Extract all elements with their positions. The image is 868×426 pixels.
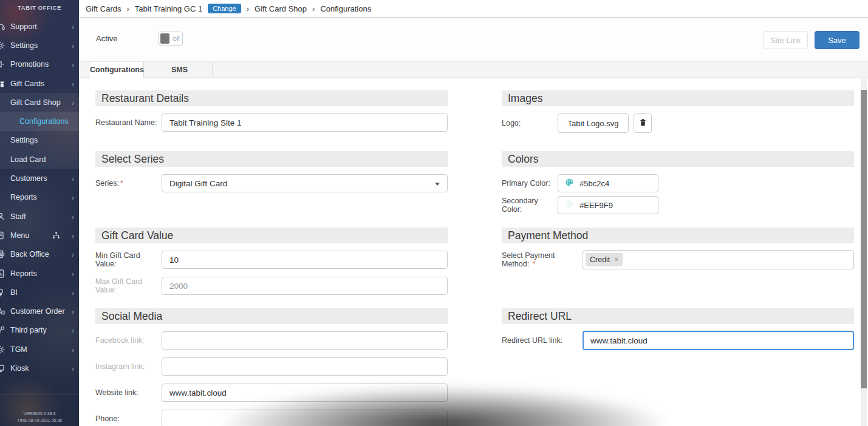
main-panel: Gift Cards › Tabit Training GC 1 Change …	[79, 0, 868, 426]
chevron-right-icon: ›	[72, 231, 74, 239]
redirect-url-input[interactable]	[583, 331, 854, 350]
section-images: Images	[502, 90, 854, 106]
sidebar-item-tgm[interactable]: TGM ›	[0, 340, 79, 359]
breadcrumb-site[interactable]: Tabit Training GC 1	[135, 4, 202, 13]
instagram-row: Instagram link:	[95, 357, 448, 376]
chip-label: Credit	[590, 255, 610, 264]
version-info: VERSION 1.38.3 TIME 08-09-2021 05:36	[0, 410, 79, 424]
restaurant-name-input[interactable]	[162, 113, 448, 132]
breadcrumb-configurations: Configurations	[320, 4, 371, 13]
save-button[interactable]: Save	[815, 31, 859, 49]
sidebar-item-label: Staff	[10, 212, 26, 221]
kiosk-icon	[0, 363, 5, 373]
series-select[interactable]: Digital Gift Card	[162, 174, 448, 192]
sidebar-item-load-card[interactable]: Load Card	[0, 150, 79, 169]
sidebar-item-menu[interactable]: Menu ›	[0, 226, 79, 245]
active-toggle[interactable]: Off	[159, 32, 183, 46]
app-brand: TABIT OFFICE	[0, 0, 79, 16]
chevron-right-icon: ›	[72, 22, 74, 30]
sidebar-item-back-office[interactable]: Back Office ›	[0, 245, 79, 264]
required-mark: *	[120, 179, 123, 188]
sidebar-item-label: BI	[10, 288, 18, 297]
vertical-scrollbar	[861, 79, 867, 426]
tgm-icon	[0, 345, 5, 354]
payment-method-tag-input[interactable]: Credit ×	[583, 250, 854, 269]
trash-icon	[638, 118, 648, 129]
scrollbar-thumb[interactable]	[861, 90, 867, 388]
sidebar-item-kiosk[interactable]: Kiosk ›	[0, 359, 79, 377]
breadcrumb-gift-card-shop[interactable]: Gift Card Shop	[255, 4, 307, 13]
phone-row: Phone:	[95, 410, 448, 426]
sidebar: TABIT OFFICE Support › Settings ›	[0, 0, 79, 426]
website-link-label: Website link:	[95, 388, 162, 397]
breadcrumb-gift-cards[interactable]: Gift Cards	[86, 4, 121, 13]
menu-icon	[0, 231, 5, 240]
max-gift-card-value-label: Max Gift Card Value:	[95, 277, 162, 294]
facebook-row: Facebook link:	[95, 331, 448, 350]
website-link-input[interactable]	[162, 384, 448, 402]
sidebar-item-label: Settings	[10, 136, 38, 144]
chevron-right-icon: ›	[72, 98, 74, 106]
required-mark: *	[533, 260, 536, 268]
restaurant-name-row: Restaurant Name:	[95, 113, 448, 132]
toolbar: Active Off Site Link Save	[79, 18, 868, 61]
logo-label: Logo:	[502, 119, 558, 127]
series-selected-value: Digital Gift Card	[169, 179, 227, 188]
min-gift-card-value-input[interactable]	[162, 251, 448, 269]
change-site-button[interactable]: Change	[208, 4, 241, 13]
left-column: Restaurant Details Restaurant Name: Sele…	[95, 78, 448, 426]
sidebar-item-settings[interactable]: Settings ›	[0, 36, 79, 55]
min-gift-card-value-label: Min Gift Card Value:	[95, 251, 162, 268]
chevron-right-icon: ›	[72, 364, 74, 372]
sidebar-item-gift-cards[interactable]: Gift Cards ›	[0, 74, 79, 93]
section-colors: Colors	[502, 151, 854, 167]
phone-input[interactable]	[162, 410, 448, 426]
section-social-media: Social Media	[95, 308, 448, 324]
delete-logo-button[interactable]	[634, 113, 652, 133]
instagram-link-input[interactable]	[162, 357, 448, 376]
sidebar-item-bi[interactable]: BI ›	[0, 283, 79, 302]
instagram-link-label: Instagram link:	[95, 362, 162, 371]
tab-configurations[interactable]: Configurations	[90, 62, 144, 78]
facebook-link-label: Facebook link:	[95, 336, 162, 345]
toggle-state-label: Off	[173, 36, 180, 42]
sidebar-item-label: Reports	[10, 193, 37, 201]
sidebar-item-support[interactable]: Support ›	[0, 17, 79, 36]
staff-icon	[0, 212, 5, 221]
right-column: Images Logo: Tabit Logo.svg Colors Prima…	[502, 78, 854, 350]
max-gift-card-value-input[interactable]	[162, 277, 448, 295]
sidebar-item-customer-order[interactable]: Customer Order ›	[0, 302, 79, 320]
sidebar-item-reports[interactable]: Reports ›	[0, 264, 79, 283]
palette-icon	[565, 178, 574, 189]
support-icon	[0, 22, 5, 32]
series-label: Series:*	[95, 179, 162, 188]
sidebar-item-promotions[interactable]: Promotions ›	[0, 55, 79, 74]
sidebar-item-customers[interactable]: Customers ›	[0, 169, 79, 188]
chevron-right-icon: ›	[72, 41, 74, 49]
chevron-right-icon: ›	[72, 79, 74, 87]
chevron-right-icon: ›	[72, 345, 74, 353]
version-label: VERSION 1.38.3	[0, 410, 79, 417]
secondary-color-input[interactable]: #EEF9F9	[558, 196, 658, 214]
sidebar-nav: Support › Settings › Promotions ›	[0, 17, 79, 378]
sidebar-item-staff[interactable]: Staff ›	[0, 207, 79, 226]
sidebar-item-shop-settings[interactable]: Settings	[0, 131, 79, 150]
sidebar-item-configurations[interactable]: Configurations	[0, 112, 79, 130]
sidebar-item-gift-card-shop[interactable]: Gift Card Shop ›	[0, 93, 79, 112]
customer-order-icon	[0, 306, 5, 316]
sidebar-item-label: Gift Cards	[10, 79, 44, 88]
sidebar-item-label: TGM	[10, 345, 27, 354]
tab-sms[interactable]: SMS	[146, 62, 213, 78]
sidebar-item-reports-gc[interactable]: Reports ›	[0, 188, 79, 207]
section-redirect-url: Redirect URL	[502, 308, 854, 324]
logo-file-button[interactable]: Tabit Logo.svg	[558, 113, 629, 133]
primary-color-input[interactable]: #5bc2c4	[558, 174, 658, 192]
payment-method-row: Select Payment Method: * Credit ×	[502, 250, 854, 269]
breadcrumb: Gift Cards › Tabit Training GC 1 Change …	[79, 0, 868, 18]
sidebar-item-third-party[interactable]: Third party ›	[0, 321, 79, 340]
site-link-button[interactable]: Site Link	[764, 31, 808, 49]
remove-chip-icon[interactable]: ×	[614, 256, 618, 263]
chevron-right-icon: ›	[72, 251, 74, 259]
facebook-link-input[interactable]	[162, 331, 448, 350]
phone-label: Phone:	[95, 414, 162, 423]
